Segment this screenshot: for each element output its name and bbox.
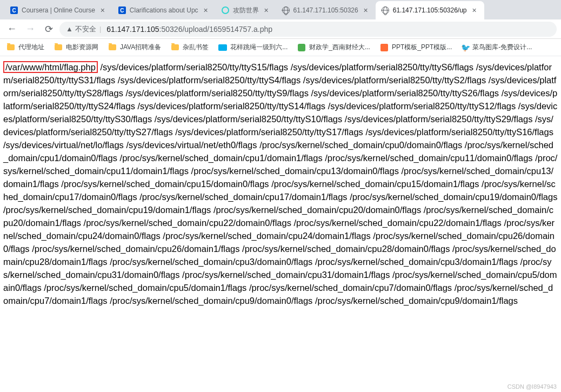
cyan-icon xyxy=(221,6,230,15)
bookmark-0[interactable]: 代理地址 xyxy=(6,43,44,52)
tab-3[interactable]: 61.147.171.105:50326× xyxy=(276,1,376,19)
url-text: 61.147.171.105:50326/upload/1659514757.a… xyxy=(106,25,272,34)
close-icon[interactable]: × xyxy=(98,6,107,15)
bookmark-label: 花样跳绳一级到六... xyxy=(230,43,288,52)
nav-bar: ← → ⟳ ▲ 不安全 | 61.147.171.105:50326/uploa… xyxy=(0,19,561,39)
page-content: /var/www/html/flag.php /sys/devices/plat… xyxy=(0,56,561,311)
bookmark-5[interactable]: 财政学_西南财经大... xyxy=(297,43,370,52)
green-icon xyxy=(297,43,306,52)
globe-icon xyxy=(381,6,390,15)
bookmark-7[interactable]: 🐦菜鸟图库-免费设计... xyxy=(462,43,532,52)
bookmark-6[interactable]: PPT模板_PPT模版... xyxy=(380,43,452,52)
coursera-icon: C xyxy=(118,6,126,15)
content-body: /sys/devices/platform/serial8250/tty/tty… xyxy=(3,62,557,305)
bookmark-label: 财政学_西南财经大... xyxy=(309,43,370,52)
insecure-label: 不安全 xyxy=(75,24,96,34)
folder-icon xyxy=(108,43,117,52)
orange-icon xyxy=(380,43,389,52)
bookmark-4[interactable]: 花样跳绳一级到六... xyxy=(218,43,288,52)
warning-icon: ▲ xyxy=(66,25,73,33)
close-icon[interactable]: × xyxy=(202,6,210,15)
globe-icon xyxy=(282,6,290,15)
bookmark-3[interactable]: 杂乱书签 xyxy=(171,43,209,52)
folder-icon xyxy=(171,43,179,52)
bookmark-2[interactable]: JAVA招聘准备 xyxy=(108,43,161,52)
bookmark-label: 杂乱书签 xyxy=(183,43,209,52)
tab-4[interactable]: 61.147.171.105:50326/up× xyxy=(376,1,484,19)
bird-icon: 🐦 xyxy=(462,44,469,51)
tabs-bar: CCoursera | Online Course×CClarification… xyxy=(0,0,561,19)
tab-1[interactable]: CClarifications about Upc× xyxy=(112,1,216,19)
bili-icon xyxy=(218,43,227,52)
forward-button[interactable]: → xyxy=(23,22,38,37)
tab-title: 61.147.171.105:50326/up xyxy=(393,6,467,14)
tab-title: 攻防世界 xyxy=(233,6,259,15)
folder-icon xyxy=(54,43,63,52)
bookmark-label: JAVA招聘准备 xyxy=(120,43,161,52)
back-button[interactable]: ← xyxy=(4,22,19,37)
tab-2[interactable]: 攻防世界× xyxy=(216,1,276,19)
close-icon[interactable]: × xyxy=(470,6,479,15)
tab-0[interactable]: CCoursera | Online Course× xyxy=(4,1,112,19)
tab-title: Clarifications about Upc xyxy=(130,6,198,14)
bookmark-label: PPT模板_PPT模版... xyxy=(392,43,452,52)
highlighted-path: /var/www/html/flag.php xyxy=(3,61,98,73)
url-bar[interactable]: ▲ 不安全 | 61.147.171.105:50326/upload/1659… xyxy=(59,22,557,37)
coursera-icon: C xyxy=(10,6,18,15)
insecure-warning: ▲ 不安全 | xyxy=(66,24,102,34)
bookmark-label: 代理地址 xyxy=(18,43,44,52)
bookmark-label: 菜鸟图库-免费设计... xyxy=(472,43,532,52)
tab-title: 61.147.171.105:50326 xyxy=(293,6,358,14)
reload-button[interactable]: ⟳ xyxy=(41,22,56,37)
close-icon[interactable]: × xyxy=(262,6,271,15)
tab-title: Coursera | Online Course xyxy=(22,6,95,14)
bookmarks-bar: 代理地址电影资源网JAVA招聘准备杂乱书签花样跳绳一级到六...财政学_西南财经… xyxy=(0,39,561,56)
watermark: CSDN @I8947943 xyxy=(507,383,557,390)
folder-icon xyxy=(6,43,15,52)
bookmark-1[interactable]: 电影资源网 xyxy=(54,43,98,52)
close-icon[interactable]: × xyxy=(362,6,370,15)
bookmark-label: 电影资源网 xyxy=(66,43,98,52)
